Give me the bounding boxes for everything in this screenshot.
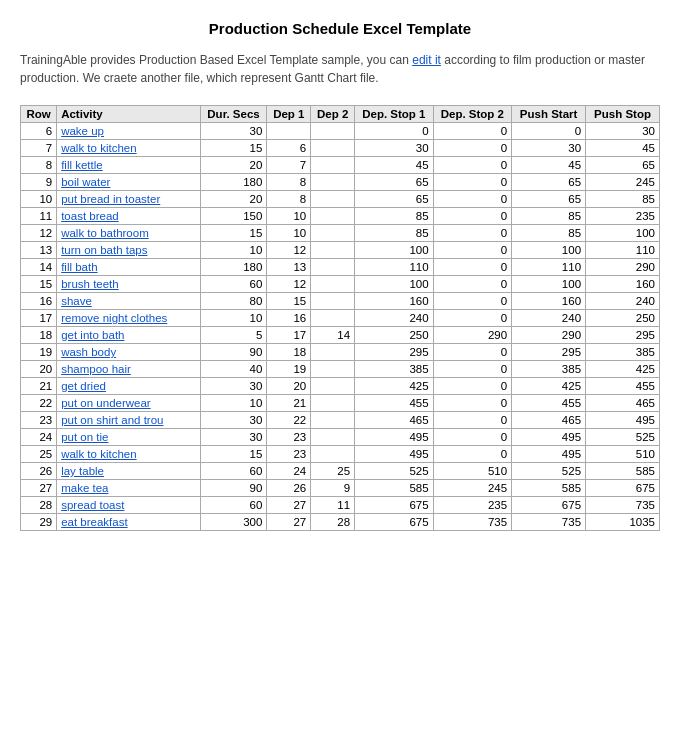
data-cell: 20 bbox=[267, 378, 311, 395]
data-cell: 250 bbox=[586, 310, 660, 327]
table-row: 24put on tie30234950495525 bbox=[21, 429, 660, 446]
activity-cell[interactable]: wash body bbox=[57, 344, 200, 361]
data-cell: 65 bbox=[586, 157, 660, 174]
data-cell bbox=[311, 412, 355, 429]
data-cell: 8 bbox=[267, 191, 311, 208]
col-header-8: Push Stop bbox=[586, 106, 660, 123]
activity-cell[interactable]: lay table bbox=[57, 463, 200, 480]
data-cell: 0 bbox=[355, 123, 434, 140]
activity-cell[interactable]: brush teeth bbox=[57, 276, 200, 293]
activity-cell[interactable]: shampoo hair bbox=[57, 361, 200, 378]
data-cell: 14 bbox=[311, 327, 355, 344]
data-cell: 110 bbox=[355, 259, 434, 276]
row-number: 21 bbox=[21, 378, 57, 395]
data-cell: 100 bbox=[512, 276, 586, 293]
data-cell bbox=[311, 446, 355, 463]
data-cell bbox=[311, 361, 355, 378]
activity-cell[interactable]: fill kettle bbox=[57, 157, 200, 174]
data-cell: 735 bbox=[586, 497, 660, 514]
data-cell bbox=[311, 157, 355, 174]
data-cell: 510 bbox=[586, 446, 660, 463]
activity-cell[interactable]: toast bread bbox=[57, 208, 200, 225]
data-cell: 385 bbox=[512, 361, 586, 378]
data-cell: 290 bbox=[433, 327, 512, 344]
activity-cell[interactable]: walk to kitchen bbox=[57, 446, 200, 463]
data-cell: 100 bbox=[512, 242, 586, 259]
data-cell: 12 bbox=[267, 242, 311, 259]
table-row: 18get into bath51714250290290295 bbox=[21, 327, 660, 344]
data-cell: 385 bbox=[355, 361, 434, 378]
data-cell: 525 bbox=[355, 463, 434, 480]
activity-cell[interactable]: put on underwear bbox=[57, 395, 200, 412]
data-cell: 0 bbox=[433, 310, 512, 327]
data-cell: 20 bbox=[200, 191, 267, 208]
table-row: 11toast bread1501085085235 bbox=[21, 208, 660, 225]
data-cell: 45 bbox=[355, 157, 434, 174]
table-row: 8fill kettle2074504565 bbox=[21, 157, 660, 174]
data-cell: 110 bbox=[586, 242, 660, 259]
data-cell: 10 bbox=[200, 395, 267, 412]
activity-cell[interactable]: boil water bbox=[57, 174, 200, 191]
row-number: 8 bbox=[21, 157, 57, 174]
data-cell: 385 bbox=[586, 344, 660, 361]
data-cell bbox=[311, 174, 355, 191]
data-cell: 295 bbox=[355, 344, 434, 361]
data-cell: 0 bbox=[433, 174, 512, 191]
data-cell: 15 bbox=[200, 446, 267, 463]
row-number: 15 bbox=[21, 276, 57, 293]
activity-cell[interactable]: walk to kitchen bbox=[57, 140, 200, 157]
row-number: 6 bbox=[21, 123, 57, 140]
data-cell: 15 bbox=[200, 140, 267, 157]
table-row: 20shampoo hair40193850385425 bbox=[21, 361, 660, 378]
data-cell: 675 bbox=[355, 514, 434, 531]
activity-cell[interactable]: get dried bbox=[57, 378, 200, 395]
row-number: 22 bbox=[21, 395, 57, 412]
activity-cell[interactable]: fill bath bbox=[57, 259, 200, 276]
data-cell: 85 bbox=[355, 208, 434, 225]
data-cell: 60 bbox=[200, 463, 267, 480]
col-header-7: Push Start bbox=[512, 106, 586, 123]
page-title: Production Schedule Excel Template bbox=[20, 20, 660, 37]
data-cell: 160 bbox=[512, 293, 586, 310]
table-row: 26lay table602425525510525585 bbox=[21, 463, 660, 480]
activity-cell[interactable]: put on shirt and trou bbox=[57, 412, 200, 429]
data-cell: 0 bbox=[433, 344, 512, 361]
activity-cell[interactable]: turn on bath taps bbox=[57, 242, 200, 259]
data-cell: 295 bbox=[512, 344, 586, 361]
data-cell: 45 bbox=[512, 157, 586, 174]
data-cell: 9 bbox=[311, 480, 355, 497]
row-number: 26 bbox=[21, 463, 57, 480]
data-cell: 300 bbox=[200, 514, 267, 531]
data-cell: 10 bbox=[267, 208, 311, 225]
data-cell: 30 bbox=[586, 123, 660, 140]
activity-cell[interactable]: make tea bbox=[57, 480, 200, 497]
data-cell: 30 bbox=[200, 378, 267, 395]
data-cell: 16 bbox=[267, 310, 311, 327]
table-row: 29eat breakfast30027286757357351035 bbox=[21, 514, 660, 531]
table-row: 28spread toast602711675235675735 bbox=[21, 497, 660, 514]
data-cell: 425 bbox=[586, 361, 660, 378]
activity-cell[interactable]: shave bbox=[57, 293, 200, 310]
activity-cell[interactable]: put bread in toaster bbox=[57, 191, 200, 208]
table-row: 17remove night clothes10162400240250 bbox=[21, 310, 660, 327]
activity-cell[interactable]: put on tie bbox=[57, 429, 200, 446]
data-cell: 90 bbox=[200, 480, 267, 497]
activity-cell[interactable]: spread toast bbox=[57, 497, 200, 514]
data-cell: 240 bbox=[355, 310, 434, 327]
row-number: 12 bbox=[21, 225, 57, 242]
data-cell: 5 bbox=[200, 327, 267, 344]
activity-cell[interactable]: walk to bathroom bbox=[57, 225, 200, 242]
activity-cell[interactable]: remove night clothes bbox=[57, 310, 200, 327]
activity-cell[interactable]: get into bath bbox=[57, 327, 200, 344]
data-cell: 65 bbox=[355, 191, 434, 208]
activity-cell[interactable]: wake up bbox=[57, 123, 200, 140]
data-cell: 0 bbox=[433, 378, 512, 395]
data-cell: 0 bbox=[433, 242, 512, 259]
row-number: 29 bbox=[21, 514, 57, 531]
data-cell: 0 bbox=[433, 361, 512, 378]
data-cell: 240 bbox=[512, 310, 586, 327]
activity-cell[interactable]: eat breakfast bbox=[57, 514, 200, 531]
data-cell: 0 bbox=[433, 293, 512, 310]
data-cell: 495 bbox=[512, 446, 586, 463]
data-cell: 30 bbox=[200, 429, 267, 446]
